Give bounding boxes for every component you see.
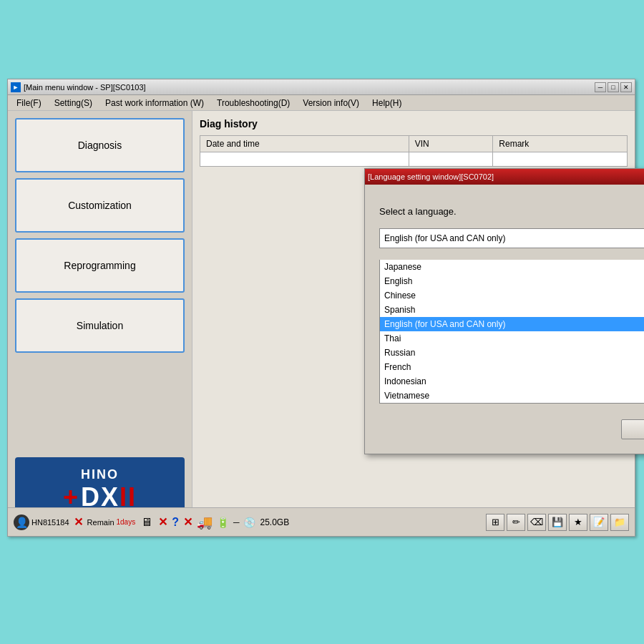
lang-option-english-usa[interactable]: English (for USA and CAN only) bbox=[380, 317, 644, 331]
title-buttons: ─ □ ✕ bbox=[595, 82, 632, 92]
table-row bbox=[200, 152, 628, 167]
disk-size: 25.0GB bbox=[260, 517, 289, 527]
lang-title-bar: [Language setting window][SC0702] ✕ bbox=[365, 169, 644, 185]
lang-option-japanese[interactable]: Japanese bbox=[380, 260, 644, 274]
lang-option-french[interactable]: French bbox=[380, 360, 644, 374]
lang-option-russian[interactable]: Russian bbox=[380, 346, 644, 360]
logo-dxii: DXII bbox=[81, 484, 137, 510]
error-icon-2: ✕ bbox=[158, 515, 167, 529]
diag-history-table: Date and time VIN Remark bbox=[200, 135, 628, 167]
minimize-button[interactable]: ─ bbox=[595, 82, 606, 92]
lang-ok-button[interactable]: OK bbox=[621, 419, 644, 439]
status-bar-right: ⊞ ✏ ⌫ 💾 ★ 📝 📁 bbox=[486, 514, 629, 531]
col-vin: VIN bbox=[409, 136, 493, 152]
title-bar: ► [Main menu window - SP][SC0103] ─ □ ✕ bbox=[8, 79, 635, 95]
reprogramming-button[interactable]: Reprogramming bbox=[15, 238, 185, 293]
lang-dropdown-value: English (for USA and CAN only) bbox=[384, 233, 505, 243]
lang-option-vietnamese[interactable]: Vietnamese bbox=[380, 389, 644, 403]
main-window: ► [Main menu window - SP][SC0103] ─ □ ✕ … bbox=[7, 79, 635, 537]
content-area: Diagnosis Customization Reprogramming Si… bbox=[8, 111, 635, 536]
help-icon: ? bbox=[172, 516, 179, 529]
language-setting-window: [Language setting window][SC0702] ✕ Sele… bbox=[364, 168, 644, 454]
truck-icon: 🚚 bbox=[197, 514, 213, 530]
folder-tool-button[interactable]: 📁 bbox=[610, 514, 629, 531]
menu-past-work[interactable]: Past work information (W) bbox=[99, 97, 210, 109]
lang-options-list: Japanese English Chinese Spanish English… bbox=[379, 260, 644, 404]
col-date: Date and time bbox=[200, 136, 409, 152]
menu-setting[interactable]: Setting(S) bbox=[49, 97, 98, 109]
menu-help[interactable]: Help(H) bbox=[366, 97, 407, 109]
disk-icon: 💿 bbox=[243, 517, 255, 528]
lang-option-spanish[interactable]: Spanish bbox=[380, 303, 644, 317]
diagnosis-button[interactable]: Diagnosis bbox=[15, 118, 185, 172]
window-title: [Main menu window - SP][SC0103] bbox=[24, 83, 146, 92]
maximize-button[interactable]: □ bbox=[608, 82, 619, 92]
diag-history-title: Diag history bbox=[200, 118, 628, 130]
pencil-tool-button[interactable]: ✏ bbox=[507, 514, 525, 531]
simulation-button[interactable]: Simulation bbox=[15, 298, 185, 353]
grid-tool-button[interactable]: ⊞ bbox=[486, 514, 504, 531]
battery-icon: 🔋 bbox=[217, 517, 229, 528]
save-tool-button[interactable]: 💾 bbox=[548, 514, 567, 531]
right-panel: Diag history Date and time VIN Remark bbox=[192, 111, 635, 536]
menu-version-info[interactable]: Version info(V) bbox=[297, 97, 365, 109]
lang-option-indonesian[interactable]: Indonesian bbox=[380, 374, 644, 389]
edit-tool-button[interactable]: 📝 bbox=[590, 514, 608, 531]
lang-bottom-buttons: OK Cancel bbox=[621, 419, 644, 439]
logo-hino: HINO bbox=[81, 467, 119, 482]
menu-file[interactable]: File(F) bbox=[11, 97, 47, 109]
user-id: HN815184 bbox=[31, 518, 69, 527]
remain-days: 1days bbox=[117, 518, 136, 526]
close-button[interactable]: ✕ bbox=[620, 82, 632, 92]
remain-label: Remain bbox=[87, 518, 114, 527]
col-remark: Remark bbox=[493, 136, 628, 152]
status-bar-left: 👤 HN815184 ✕ Remain 1days 🖥 ✕ ? ✕ 🚚 🔋 ─ bbox=[14, 514, 482, 530]
menu-troubleshooting[interactable]: Troubleshooting(D) bbox=[211, 97, 296, 109]
app-icon: ► bbox=[11, 82, 21, 92]
user-status: 👤 HN815184 bbox=[14, 514, 69, 530]
sidebar: Diagnosis Customization Reprogramming Si… bbox=[8, 111, 192, 536]
lang-window-title: [Language setting window][SC0702] bbox=[368, 172, 494, 181]
lang-option-english[interactable]: English bbox=[380, 274, 644, 288]
eraser-tool-button[interactable]: ⌫ bbox=[527, 514, 546, 531]
lang-content: Select a language. English (for USA and … bbox=[365, 185, 644, 418]
lang-dropdown[interactable]: English (for USA and CAN only) ▼ bbox=[379, 228, 644, 248]
lang-select-label: Select a language. bbox=[379, 206, 644, 217]
lang-option-thai[interactable]: Thai bbox=[380, 331, 644, 346]
user-icon: 👤 bbox=[14, 514, 29, 530]
error-icon-3: ✕ bbox=[183, 515, 192, 529]
menu-bar: File(F) Setting(S) Past work information… bbox=[8, 95, 635, 111]
star-tool-button[interactable]: ★ bbox=[569, 514, 587, 531]
status-bar: 👤 HN815184 ✕ Remain 1days 🖥 ✕ ? ✕ 🚚 🔋 ─ bbox=[8, 507, 635, 536]
computer-icon: 🖥 bbox=[140, 515, 154, 530]
error-icon: ✕ bbox=[74, 515, 83, 529]
lang-option-chinese[interactable]: Chinese bbox=[380, 288, 644, 303]
customization-button[interactable]: Customization bbox=[15, 178, 185, 233]
remain-status: Remain 1days bbox=[87, 518, 136, 527]
dash-separator: ─ bbox=[233, 517, 240, 527]
